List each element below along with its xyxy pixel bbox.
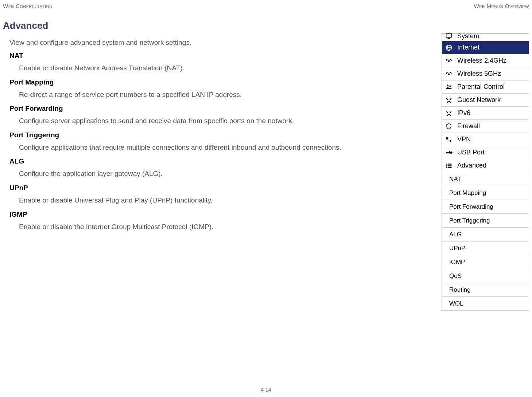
sidebar-item-vpn[interactable]: VPN: [442, 133, 529, 146]
item-title-port-mapping: Port Mapping: [9, 78, 353, 86]
arrow-icon: [445, 135, 453, 144]
sidebar-sub-port-forwarding[interactable]: Port Forwarding: [442, 200, 529, 214]
wifi-icon: [445, 70, 453, 78]
sidebar-sub-routing[interactable]: Routing: [442, 283, 529, 297]
svg-point-6: [448, 60, 450, 62]
sidebar-item-label: USB Port: [457, 149, 485, 156]
svg-rect-13: [446, 164, 447, 165]
sidebar-sub-port-mapping[interactable]: Port Mapping: [442, 186, 529, 200]
sidebar-item-label: IPv6: [457, 109, 470, 117]
svg-rect-16: [448, 165, 452, 166]
page-number: 4-14: [261, 387, 271, 393]
tools-icon: [445, 109, 453, 117]
sidebar-item-firewall[interactable]: Firewall: [442, 120, 529, 133]
sidebar-sub-igmp[interactable]: IGMP: [442, 255, 529, 269]
svg-point-8: [447, 84, 448, 86]
header-left: Web Configuration: [3, 3, 53, 9]
item-desc-alg: Configure the application layer gateway …: [19, 169, 353, 179]
item-title-port-triggering: Port Triggering: [9, 131, 353, 139]
sidebar-sub-alg[interactable]: ALG: [442, 228, 529, 241]
list-icon: [445, 162, 453, 170]
sidebar-menu: System Internet Wireless 2.4GHz Wireless…: [442, 34, 529, 311]
svg-point-11: [446, 152, 447, 153]
sidebar-item-label: Wireless 5GHz: [457, 70, 501, 78]
item-title-upnp: UPnP: [9, 184, 353, 192]
svg-rect-10: [446, 137, 448, 139]
section-title: Advanced: [3, 20, 353, 31]
svg-rect-15: [446, 165, 447, 166]
sidebar-item-parental[interactable]: Parental Control: [442, 80, 529, 94]
svg-rect-17: [446, 167, 447, 168]
users-icon: [445, 83, 453, 91]
sidebar-sub-nat[interactable]: NAT: [442, 172, 529, 186]
item-title-port-forwarding: Port Forwarding: [9, 105, 353, 113]
wifi-icon: [445, 57, 453, 65]
sidebar-item-ipv6[interactable]: IPv6: [442, 107, 529, 120]
shield-icon: [445, 122, 453, 130]
item-title-alg: ALG: [9, 157, 353, 165]
item-title-nat: NAT: [9, 52, 353, 60]
item-desc-upnp: Enable or disable Universal Plug and Pla…: [19, 196, 353, 205]
svg-point-7: [448, 74, 450, 75]
item-desc-port-triggering: Configure applications that require mult…: [19, 143, 353, 153]
sidebar-item-label: Firewall: [457, 122, 480, 130]
svg-rect-14: [448, 164, 452, 165]
item-desc-port-mapping: Re-direct a range of service port number…: [19, 90, 353, 100]
tools-icon: [445, 96, 453, 104]
content-body: Advanced View and configure advanced sys…: [3, 20, 353, 237]
monitor-icon: [445, 32, 453, 40]
item-desc-port-forwarding: Configure server applications to send an…: [19, 116, 353, 126]
item-title-igmp: IGMP: [9, 211, 353, 219]
sidebar-item-usb[interactable]: USB Port: [442, 146, 529, 159]
header-right: Web Menus Overview: [474, 3, 529, 9]
sidebar-item-label: Guest Network: [457, 96, 501, 104]
globe-icon: [445, 44, 453, 52]
sidebar-item-label: System: [457, 32, 479, 40]
sidebar-item-guest[interactable]: Guest Network: [442, 94, 529, 107]
sidebar-item-label: Internet: [457, 44, 479, 51]
sidebar-item-wireless-24[interactable]: Wireless 2.4GHz: [442, 54, 529, 67]
svg-rect-18: [448, 167, 452, 168]
sidebar-item-label: Parental Control: [457, 83, 505, 91]
sidebar-sub-upnp[interactable]: UPnP: [442, 241, 529, 255]
sidebar-sub-port-triggering[interactable]: Port Triggering: [442, 214, 529, 228]
sidebar-item-label: VPN: [457, 135, 471, 143]
usb-icon: [445, 149, 453, 157]
sidebar-item-label: Wireless 2.4GHz: [457, 57, 506, 64]
svg-point-9: [449, 85, 451, 87]
section-intro: View and configure advanced system and n…: [9, 39, 353, 47]
sidebar-item-internet[interactable]: Internet: [442, 41, 529, 54]
sidebar-item-label: Advanced: [457, 162, 486, 169]
sidebar-item-advanced[interactable]: Advanced: [442, 159, 529, 172]
svg-rect-0: [446, 34, 452, 37]
sidebar-sub-qos[interactable]: QoS: [442, 269, 529, 283]
sidebar-item-wireless-5[interactable]: Wireless 5GHz: [442, 67, 529, 80]
sidebar-item-system[interactable]: System: [442, 34, 529, 41]
item-desc-nat: Enable or disable Network Address Transl…: [19, 63, 353, 73]
item-desc-igmp: Enable or disable the Internet Group Mul…: [19, 222, 353, 232]
sidebar-sub-wol[interactable]: WOL: [442, 297, 529, 311]
